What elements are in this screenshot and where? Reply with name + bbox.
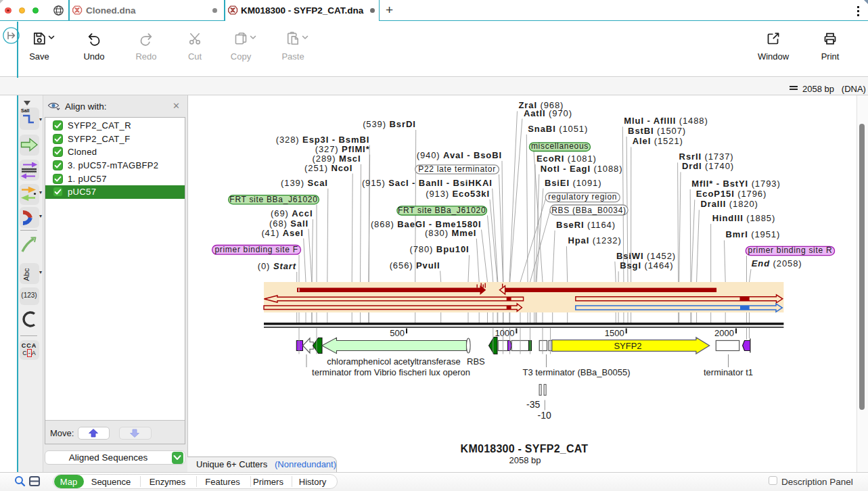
svg-text:primer binding site F: primer binding site F: [214, 245, 298, 254]
svg-text:chloramphenicol acetyltransfer: chloramphenicol acetyltransferase: [327, 356, 460, 367]
svg-text:MluI - AflIII (1488): MluI - AflIII (1488): [624, 116, 708, 126]
svg-text:BsiEI (1091): BsiEI (1091): [545, 178, 602, 188]
svg-text:2000: 2000: [714, 328, 734, 338]
svg-text:EcoRI (1081): EcoRI (1081): [536, 154, 597, 164]
svg-text:(327) PflMI*: (327) PflMI*: [315, 144, 370, 154]
svg-text:AleI (1521): AleI (1521): [633, 136, 683, 146]
svg-text:terminator t1: terminator t1: [704, 367, 753, 377]
svg-text:BsgI (1464): BsgI (1464): [620, 260, 673, 271]
svg-text:End (2058): End (2058): [752, 258, 802, 268]
svg-text:RBS (BBa_B0034): RBS (BBa_B0034): [551, 206, 626, 215]
svg-text:(0) Start: (0) Start: [258, 261, 296, 271]
svg-text:500: 500: [390, 328, 405, 338]
svg-text:-10: -10: [538, 410, 551, 421]
svg-text:FRT site BBa_J61020: FRT site BBa_J61020: [398, 206, 486, 215]
svg-text:BsiWI (1452): BsiWI (1452): [616, 251, 676, 261]
svg-text:(656) PvuII: (656) PvuII: [390, 260, 440, 271]
svg-text:(780) Bpu10I: (780) Bpu10I: [409, 244, 469, 254]
svg-text:miscellaneous: miscellaneous: [531, 141, 589, 151]
svg-text:(41) AseI: (41) AseI: [261, 228, 303, 238]
svg-text:(251) NcoI: (251) NcoI: [304, 163, 352, 173]
svg-text:FRT site BBa_J61020: FRT site BBa_J61020: [229, 195, 317, 204]
svg-text:(830) MmeI: (830) MmeI: [425, 228, 476, 238]
svg-text:BstBI (1507): BstBI (1507): [628, 126, 686, 136]
svg-text:terminator from Vibrio fischer: terminator from Vibrio fischeri lux oper…: [312, 367, 470, 377]
svg-text:DrdI (1740): DrdI (1740): [682, 161, 734, 171]
svg-text:2058 bp: 2058 bp: [509, 455, 541, 465]
svg-text:(69) AccI: (69) AccI: [271, 208, 313, 218]
svg-text:T3 terminator (BBa_B0055): T3 terminator (BBa_B0055): [523, 367, 631, 377]
svg-text:SYFP2: SYFP2: [614, 341, 641, 351]
svg-text:SnaBI (1051): SnaBI (1051): [528, 124, 588, 134]
svg-text:1500: 1500: [605, 328, 624, 338]
svg-text:1000: 1000: [495, 328, 514, 338]
svg-text:regulatory region: regulatory region: [548, 192, 617, 202]
svg-text:P22 late terminator: P22 late terminator: [418, 164, 496, 174]
svg-text:(539) BsrDI: (539) BsrDI: [363, 119, 416, 129]
svg-text:-35: -35: [526, 399, 540, 410]
svg-text:primer binding site R: primer binding site R: [748, 246, 833, 255]
svg-text:KM018300 - SYFP2_CAT: KM018300 - SYFP2_CAT: [461, 443, 589, 454]
svg-text:MflI* - BstYI (1793): MflI* - BstYI (1793): [691, 179, 780, 189]
svg-text:(68) SalI: (68) SalI: [269, 218, 309, 229]
svg-text:EcoP15I (1796): EcoP15I (1796): [696, 189, 767, 199]
svg-text:AatII (970): AatII (970): [524, 108, 572, 118]
svg-text:(328) Esp3I - BsmBI: (328) Esp3I - BsmBI: [276, 135, 370, 145]
svg-text:(915) SacI - BanII - BsiHKAI: (915) SacI - BanII - BsiHKAI: [362, 178, 493, 188]
svg-text:(940) AvaI - BsoBI: (940) AvaI - BsoBI: [417, 150, 502, 160]
svg-text:BseRI (1164): BseRI (1164): [556, 220, 616, 230]
svg-text:HindIII (1885): HindIII (1885): [712, 213, 776, 223]
svg-text:BmrI (1951): BmrI (1951): [726, 229, 781, 239]
svg-text:RsrII (1737): RsrII (1737): [679, 151, 734, 162]
svg-text:RBS: RBS: [467, 356, 485, 367]
svg-text:HpaI (1232): HpaI (1232): [568, 235, 621, 246]
svg-text:DraIII (1820): DraIII (1820): [700, 199, 758, 209]
svg-text:(913) Eco53kI: (913) Eco53kI: [426, 189, 490, 199]
svg-text:NotI - EagI (1088): NotI - EagI (1088): [541, 164, 623, 174]
svg-text:(139) ScaI: (139) ScaI: [281, 178, 328, 188]
